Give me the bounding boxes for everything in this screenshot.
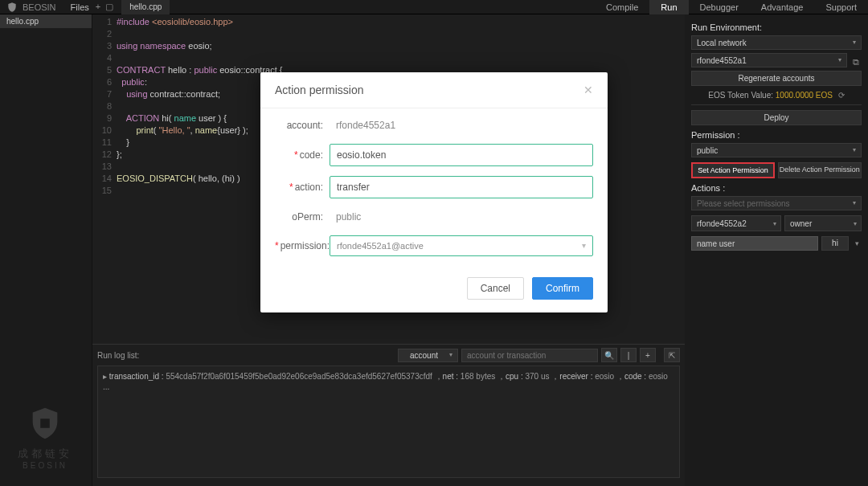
action-label: action:: [295, 182, 323, 193]
account-value: rfonde4552a1: [330, 116, 593, 134]
operm-value: public: [330, 208, 593, 226]
close-icon[interactable]: ✕: [583, 84, 593, 96]
action-input[interactable]: [330, 176, 593, 198]
modal-overlay: Action permission ✕ account: rfonde4552a…: [0, 0, 868, 486]
permission-select[interactable]: rfonde4552a1@active: [330, 235, 593, 256]
cancel-button[interactable]: Cancel: [467, 277, 524, 300]
permission-label: permission:: [280, 240, 330, 251]
confirm-button[interactable]: Confirm: [532, 277, 593, 300]
modal-title: Action permission: [275, 84, 364, 96]
action-permission-modal: Action permission ✕ account: rfonde4552a…: [260, 72, 608, 312]
code-input[interactable]: [330, 144, 593, 166]
account-label: account:: [275, 120, 330, 131]
operm-label: oPerm:: [275, 211, 330, 223]
code-label: code:: [300, 149, 323, 161]
